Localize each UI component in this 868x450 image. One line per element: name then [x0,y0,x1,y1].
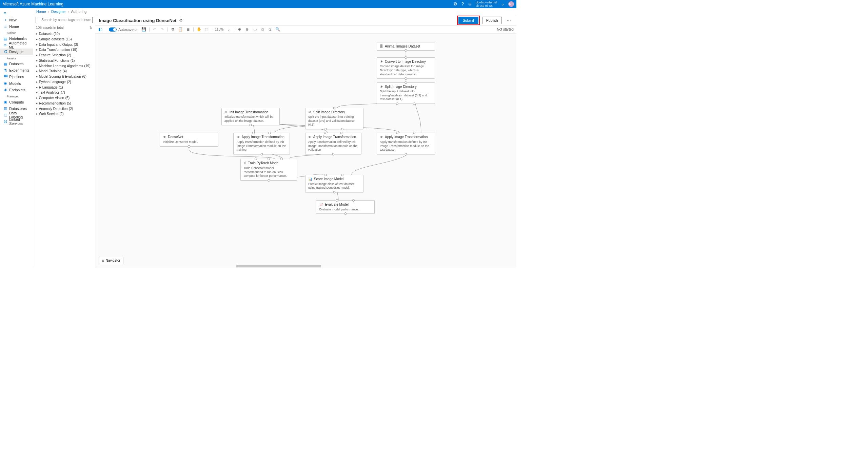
node-input-port[interactable] [405,56,407,59]
select-icon[interactable]: ⬚ [204,27,209,32]
node-train-pytorch-model[interactable]: ᗧTrain PyTorch Model Train DenseNet mode… [240,159,297,181]
node-input-port[interactable] [324,132,326,134]
node-densenet[interactable]: 👁DenseNet Initialize DenseNet model. [160,133,218,146]
node-score-image-model[interactable]: 📊Score Image Model Predict image class o… [305,175,364,192]
rail-datasets[interactable]: ▦Datasets [0,61,33,67]
node-output-port[interactable] [332,153,334,155]
node-input-port[interactable] [333,107,335,109]
node-output-port[interactable] [413,102,415,105]
node-input-port[interactable] [405,81,407,84]
rail-home[interactable]: ⌂Home [0,23,33,30]
zoom-in-icon[interactable]: ⊕ [237,27,242,32]
rail-linked-services[interactable]: ⛓Linked Services [0,118,33,125]
node-input-port[interactable] [268,157,270,160]
node-output-port[interactable] [249,124,252,126]
rail-new[interactable]: ＋New [0,17,33,23]
asset-category[interactable]: ▸Datasets (10) [35,31,93,37]
node-apply-image-transformation-train[interactable]: 👁Apply Image Transformation Apply transf… [233,133,290,154]
breadcrumb-home[interactable]: Home [36,10,46,14]
asset-search-input[interactable] [36,17,93,23]
node-output-port[interactable] [405,77,407,80]
node-input-port[interactable] [340,132,342,134]
rail-designer[interactable]: ᗧDesigner [0,49,33,55]
asset-category[interactable]: ▸R Language (1) [35,85,93,90]
rail-endpoints[interactable]: ◈Endpoints [0,87,33,93]
zoom-level[interactable]: 110% [215,27,224,31]
publish-button[interactable]: Publish [482,17,502,24]
pan-icon[interactable]: ✋ [196,27,201,32]
panel-toggle-icon[interactable]: ▮▯ [98,27,103,32]
node-output-port[interactable] [260,153,263,155]
chevron-down-icon[interactable]: ⌄ [499,0,506,7]
rail-pipelines[interactable]: ᚙPipelines [0,74,33,80]
node-apply-image-transformation-val[interactable]: 👁Apply Image Transformation Apply transf… [305,133,362,154]
paste-icon[interactable]: 📋 [178,27,183,32]
asset-category[interactable]: ▸Model Training (4) [35,69,93,74]
node-apply-image-transformation-test[interactable]: 👁Apply Image Transformation Apply transf… [377,133,435,154]
node-output-port[interactable] [341,128,343,130]
node-output-port[interactable] [324,128,327,130]
gear-icon[interactable]: ⚙ [452,0,459,7]
node-input-port[interactable] [396,132,398,134]
rail-experiments[interactable]: ⚗Experiments [0,67,33,74]
asset-category[interactable]: ▸Feature Selection (2) [35,53,93,58]
asset-category[interactable]: ▸Recommendation (5) [35,101,93,106]
asset-category[interactable]: ▸Python Language (2) [35,79,93,85]
node-input-port[interactable] [324,174,327,176]
node-animal-images-dataset[interactable]: 🗄Animal Images Dataset [377,42,435,51]
chevron-down-icon[interactable]: ⌄ [226,27,231,32]
feedback-icon[interactable]: ☺ [466,0,473,7]
node-convert-to-image-directory[interactable]: 👁Convert to Image Directory Convert imag… [377,57,435,79]
node-output-port[interactable] [268,179,270,182]
node-output-port[interactable] [188,145,190,148]
node-evaluate-model[interactable]: 📈Evaluate Model Evaluate model performan… [316,200,375,214]
asset-category[interactable]: ▸Data Input and Output (3) [35,42,93,47]
node-init-image-transformation[interactable]: 👁Init Image Transformation Initialize tr… [221,108,280,126]
copy-icon[interactable]: ⧉ [171,27,175,32]
node-split-image-directory-1[interactable]: 👁Split Image Directory Split the input d… [377,82,435,104]
asset-category[interactable]: ▸Text Analytics (7) [35,90,93,95]
submit-button[interactable]: Submit [458,17,478,24]
asset-category[interactable]: ▸Statistical Functions (1) [35,58,93,63]
rail-models[interactable]: ◉Models [0,80,33,87]
node-split-image-directory-2[interactable]: 👁Split Image Directory Split the input d… [305,108,364,129]
node-input-port[interactable] [280,157,283,160]
breadcrumb-designer[interactable]: Designer [51,10,66,14]
hamburger-icon[interactable]: ≡ [0,9,33,17]
node-output-port[interactable] [333,191,335,193]
workspace-switcher[interactable]: pb-dsp-internal pb-dsp-ml-ws [474,1,499,8]
node-input-port[interactable] [413,132,415,134]
node-input-port[interactable] [252,132,255,134]
node-input-port[interactable] [341,174,343,176]
node-output-port[interactable] [405,49,407,52]
horizontal-scrollbar[interactable] [95,265,516,268]
fit-icon[interactable]: ▭ [252,27,257,32]
autosave-toggle[interactable] [109,27,117,32]
node-input-port[interactable] [352,199,355,202]
asset-category[interactable]: ▸Data Transformation (19) [35,47,93,53]
node-input-port[interactable] [268,132,271,134]
canvas-area[interactable]: 🗄Animal Images Dataset 👁Convert to Image… [95,34,516,268]
refresh-icon[interactable]: ↻ [90,26,92,30]
save-icon[interactable]: 💾 [141,27,146,32]
avatar[interactable]: MS [508,1,514,7]
navigator-button[interactable]: ⧈ Navigator [99,257,124,264]
zoom-out-icon[interactable]: ⊖ [245,27,250,32]
redo-icon[interactable]: ↷ [160,27,164,32]
delete-icon[interactable]: 🗑 [186,27,191,32]
minimap-icon[interactable]: ᗧ [268,27,273,32]
node-output-port[interactable] [344,212,347,215]
node-output-port[interactable] [396,102,398,105]
search-canvas-icon[interactable]: 🔍 [275,27,280,32]
node-output-port[interactable] [405,153,407,155]
asset-category[interactable]: ▸Machine Learning Algorithms (19) [35,63,93,69]
asset-category[interactable]: ▸Anomaly Detection (2) [35,106,93,111]
rail-automated-ml[interactable]: ⟳Automated ML [0,42,33,49]
node-input-port[interactable] [255,157,257,160]
node-input-port[interactable] [336,199,338,202]
asset-category[interactable]: ▸Computer Vision (6) [35,95,93,101]
rail-compute[interactable]: ▣Compute [0,99,33,105]
actual-size-icon[interactable]: ⧈ [260,27,265,32]
more-icon[interactable]: ⋯ [505,17,513,24]
undo-icon[interactable]: ↶ [152,27,157,32]
